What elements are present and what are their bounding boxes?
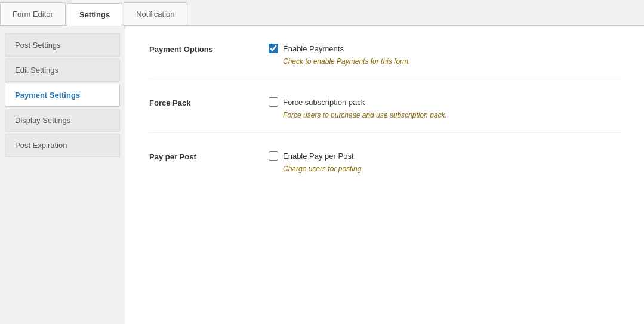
tab-settings[interactable]: Settings — [67, 3, 122, 26]
sidebar-item-display-settings[interactable]: Display Settings — [5, 109, 120, 132]
tab-form-editor[interactable]: Form Editor — [0, 2, 66, 25]
enable-pay-per-post-label[interactable]: Enable Pay per Post — [283, 152, 354, 161]
sidebar-item-edit-settings[interactable]: Edit Settings — [5, 58, 120, 82]
force-subscription-label[interactable]: Force subscription pack — [283, 98, 365, 107]
enable-payments-description: Check to enable Payments for this form. — [283, 56, 620, 67]
pay-per-post-row: Pay per Post Enable Pay per Post Charge … — [149, 151, 620, 186]
enable-pay-per-post-checkbox[interactable] — [269, 151, 278, 161]
pay-per-post-label: Pay per Post — [149, 151, 269, 161]
sidebar-item-payment-settings[interactable]: Payment Settings — [5, 84, 120, 107]
sidebar-item-post-settings[interactable]: Post Settings — [5, 33, 120, 57]
enable-payments-checkbox[interactable] — [269, 44, 278, 53]
tab-notification[interactable]: Notification — [124, 2, 187, 25]
tab-bar: Form Editor Settings Notification — [0, 0, 644, 26]
pay-per-post-description: Charge users for posting — [283, 163, 620, 174]
pay-per-post-control: Enable Pay per Post Charge users for pos… — [269, 151, 620, 174]
enable-payments-label[interactable]: Enable Payments — [283, 44, 344, 53]
content-area: Payment Options Enable Payments Check to… — [125, 26, 644, 324]
sidebar: Post Settings Edit Settings Payment Sett… — [0, 26, 125, 324]
force-subscription-description: Force users to purchase and use subscrip… — [283, 110, 620, 121]
payment-options-label: Payment Options — [149, 44, 269, 54]
force-pack-row: Force Pack Force subscription pack Force… — [149, 97, 620, 133]
sidebar-item-post-expiration[interactable]: Post Expiration — [5, 134, 120, 157]
force-subscription-checkbox[interactable] — [269, 97, 278, 107]
main-layout: Post Settings Edit Settings Payment Sett… — [0, 26, 644, 324]
payment-options-control: Enable Payments Check to enable Payments… — [269, 44, 620, 67]
enable-pay-per-post-checkbox-row: Enable Pay per Post — [269, 151, 620, 161]
enable-payments-checkbox-row: Enable Payments — [269, 44, 620, 53]
force-pack-control: Force subscription pack Force users to p… — [269, 97, 620, 121]
payment-options-row: Payment Options Enable Payments Check to… — [149, 44, 620, 79]
force-subscription-checkbox-row: Force subscription pack — [269, 97, 620, 107]
force-pack-label: Force Pack — [149, 97, 269, 107]
